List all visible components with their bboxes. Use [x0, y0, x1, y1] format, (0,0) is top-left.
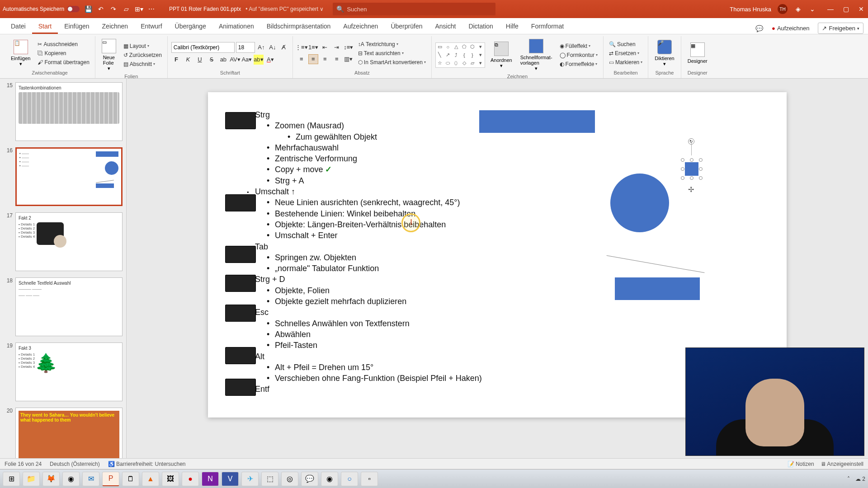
tab-aufzeichnen[interactable]: Aufzeichnen [337, 20, 384, 34]
select-button[interactable]: ▭ Markieren▾ [607, 58, 644, 66]
new-slide-button[interactable]: ▭Neue Folie▾ [99, 37, 119, 73]
app-icon-4[interactable]: ⬚ [261, 472, 278, 486]
slide-thumbnails-panel[interactable]: 15Tastenkombinationen16▪ ——▪ ——▪ ——▪ ——1… [0, 79, 127, 458]
align-right-icon[interactable]: ≡ [320, 54, 330, 64]
text-direction-button[interactable]: ↕A Textrichtung▾ [356, 40, 428, 48]
tab-übergänge[interactable]: Übergänge [169, 20, 212, 34]
undo-icon[interactable]: ↶ [97, 5, 105, 13]
indent-inc-icon[interactable]: ⇥ [332, 42, 342, 52]
obs-icon[interactable]: ◎ [281, 472, 298, 486]
shape-outline-button[interactable]: ◯ Formkontur▾ [558, 51, 599, 59]
slide-thumb-19[interactable]: Fakt 3• Details 1• Details 2• Details 3•… [15, 343, 123, 401]
align-left-icon[interactable]: ≡ [297, 54, 307, 64]
align-center-icon[interactable]: ≡ [308, 54, 318, 64]
increase-font-icon[interactable]: A↑ [256, 42, 266, 52]
minimize-icon[interactable]: — [826, 5, 835, 13]
quick-styles-button[interactable]: Schnellformat- vorlagen▾ [518, 37, 555, 73]
tab-ansicht[interactable]: Ansicht [429, 20, 462, 34]
qat-overflow-icon[interactable]: ⋯ [147, 5, 156, 13]
tab-formformat[interactable]: Formformat [525, 20, 570, 34]
close-icon[interactable]: ✕ [857, 5, 865, 13]
explorer-icon[interactable]: 📁 [23, 472, 40, 486]
shapes-gallery[interactable]: ▭○△⬠⬡▾ ╲↗⤴{}▾ ☆⬭⬯◇▱▾ [435, 42, 485, 68]
tab-entwurf[interactable]: Entwurf [134, 20, 168, 34]
find-button[interactable]: 🔍 Suchen [607, 40, 644, 48]
bullets-icon[interactable]: ⋮≡▾ [297, 42, 307, 52]
reset-button[interactable]: ↺ Zurücksetzen [122, 51, 164, 59]
notes-button[interactable]: 📝 Notizen [788, 461, 814, 467]
vlc-icon[interactable]: ▲ [142, 472, 159, 486]
underline-icon[interactable]: U [195, 55, 205, 65]
outlook-icon[interactable]: ✉ [82, 472, 99, 486]
paste-button[interactable]: 📋Einfügen▾ [8, 38, 33, 68]
slide-thumb-16[interactable]: ▪ ——▪ ——▪ ——▪ —— [15, 147, 123, 206]
chrome-icon[interactable]: ◉ [62, 472, 80, 486]
app-icon-2[interactable]: 🖼 [162, 472, 179, 486]
case-icon[interactable]: Aa▾ [242, 55, 252, 65]
search-box[interactable]: 🔍 [333, 3, 495, 15]
slide-canvas-area[interactable]: ↻ ✢ StrgZoomen (Mausrad)Zum gewählten Ob… [127, 79, 868, 458]
app-icon-3[interactable]: ● [182, 472, 199, 486]
redo-icon[interactable]: ↷ [109, 5, 118, 13]
tab-überprüfen[interactable]: Überprüfen [384, 20, 429, 34]
justify-icon[interactable]: ≡ [332, 54, 342, 64]
tab-dictation[interactable]: Dictation [462, 20, 499, 34]
numbering-icon[interactable]: 1≡▾ [308, 42, 318, 52]
align-text-button[interactable]: ⊟ Text ausrichten▾ [356, 49, 428, 57]
telegram-icon[interactable]: ✈ [241, 472, 259, 486]
autosave-toggle[interactable]: Automatisches Speichern [3, 6, 80, 12]
char-spacing-icon[interactable]: AV▾ [230, 55, 240, 65]
maximize-icon[interactable]: ▢ [842, 5, 850, 13]
app-icon-6[interactable]: ◉ [321, 472, 338, 486]
from-start-icon[interactable]: ▱ [122, 5, 130, 13]
user-name[interactable]: Thomas Hruska [730, 6, 771, 13]
slide-thumb-18[interactable]: Schnelle Textfeld Auswahl———— ————— —— —… [15, 277, 123, 336]
app-icon-5[interactable]: 💬 [301, 472, 318, 486]
slide-counter[interactable]: Folie 16 von 24 [5, 461, 42, 467]
clear-format-icon[interactable]: A̸ [279, 42, 289, 52]
copy-button[interactable]: ⿻ Kopieren [36, 49, 91, 57]
decrease-font-icon[interactable]: A↓ [268, 42, 278, 52]
ribbon-mode-icon[interactable]: ⌄ [808, 5, 816, 13]
slide-thumb-15[interactable]: Tastenkombinationen [15, 82, 123, 141]
app-icon-1[interactable]: 🗒 [122, 472, 139, 486]
tab-einfügen[interactable]: Einfügen [58, 20, 95, 34]
tab-start[interactable]: Start [32, 20, 58, 34]
save-icon[interactable]: 💾 [84, 5, 92, 13]
record-button[interactable]: ●Aufzeichnen [768, 23, 813, 34]
designer-button[interactable]: ▦Designer [685, 41, 710, 66]
arrange-button[interactable]: ⧉Anordnen▾ [488, 40, 515, 70]
language-status[interactable]: Deutsch (Österreich) [50, 461, 100, 467]
format-painter-button[interactable]: 🖌 Format übertragen [36, 58, 91, 66]
powerpoint-icon[interactable]: P [102, 472, 119, 486]
smartart-button[interactable]: ⬡ In SmartArt konvertieren▾ [356, 58, 428, 66]
share-button[interactable]: ↗Freigeben▾ [818, 23, 863, 34]
saved-location[interactable]: • Auf "diesem PC" gespeichert ∨ [245, 6, 324, 12]
cut-button[interactable]: ✂ Ausschneiden [36, 40, 91, 48]
touchmode-icon[interactable]: ⊞▾ [135, 5, 143, 13]
user-avatar[interactable]: TH [778, 4, 788, 14]
tab-animationen[interactable]: Animationen [212, 20, 260, 34]
italic-icon[interactable]: K [183, 55, 193, 65]
strike-icon[interactable]: S̶ [207, 55, 217, 65]
font-name-combo[interactable] [171, 42, 235, 53]
font-size-combo[interactable] [236, 42, 255, 53]
shadow-icon[interactable]: ab [218, 55, 228, 65]
slide-thumb-20[interactable]: They went to Sahara… You wouldn't believ… [15, 408, 123, 458]
columns-icon[interactable]: ▥▾ [344, 54, 354, 64]
tab-datei[interactable]: Datei [5, 20, 32, 34]
slide-thumb-17[interactable]: Fakt 2• Details 1• Details 2• Details 3•… [15, 212, 123, 271]
replace-button[interactable]: ⇄ Ersetzen▾ [607, 49, 644, 57]
visio-icon[interactable]: V [222, 472, 239, 486]
comments-icon[interactable]: 💬 [755, 24, 763, 33]
start-button[interactable]: ⊞ [3, 472, 20, 486]
highlight-icon[interactable]: ab▾ [254, 55, 264, 65]
tab-bildschirmpräsentation[interactable]: Bildschirmpräsentation [260, 20, 337, 34]
search-input[interactable] [347, 6, 492, 13]
bold-icon[interactable]: F [171, 55, 181, 65]
firefox-icon[interactable]: 🦊 [42, 472, 60, 486]
onenote-icon[interactable]: N [202, 472, 219, 486]
app-icon-8[interactable]: ▫ [361, 472, 378, 486]
coming-soon-icon[interactable]: ◈ [794, 5, 802, 13]
weather-temp[interactable]: ☁ 2 [855, 476, 865, 482]
